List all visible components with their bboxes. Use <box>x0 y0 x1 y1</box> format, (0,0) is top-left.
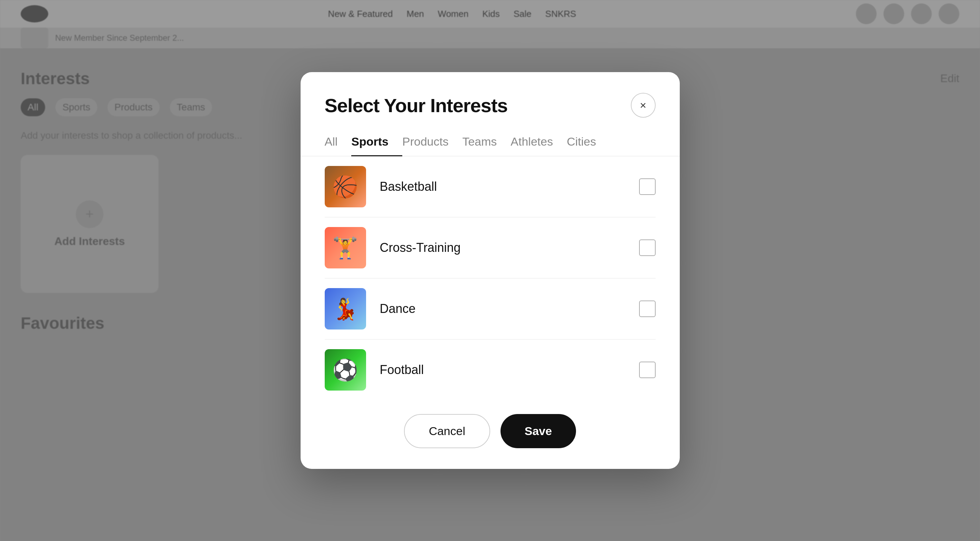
crosstraining-label: Cross-Training <box>380 241 625 255</box>
football-thumbnail: ⚽ <box>325 349 366 391</box>
modal-tabs: All Sports Products Teams Athletes Citie… <box>301 128 680 156</box>
basketball-checkbox[interactable] <box>639 179 655 195</box>
modal-overlay: Select Your Interests × All Sports Produ… <box>0 0 980 541</box>
cancel-button[interactable]: Cancel <box>404 414 490 448</box>
tab-teams[interactable]: Teams <box>462 128 511 156</box>
crosstraining-checkbox[interactable] <box>639 239 655 256</box>
tab-cities[interactable]: Cities <box>567 128 610 156</box>
list-item[interactable]: 🏋️ Cross-Training <box>325 217 655 278</box>
tab-sports[interactable]: Sports <box>351 128 402 156</box>
tab-athletes[interactable]: Athletes <box>511 128 567 156</box>
basketball-thumbnail: 🏀 <box>325 166 366 207</box>
modal-header: Select Your Interests × <box>301 72 680 128</box>
dance-thumbnail: 💃 <box>325 288 366 329</box>
dance-checkbox[interactable] <box>639 300 655 317</box>
modal-title: Select Your Interests <box>325 94 508 116</box>
tab-all[interactable]: All <box>325 128 352 156</box>
list-item[interactable]: 🏀 Basketball <box>325 156 655 217</box>
crosstraining-thumbnail: 🏋️ <box>325 227 366 268</box>
interests-modal: Select Your Interests × All Sports Produ… <box>301 72 680 469</box>
save-button[interactable]: Save <box>501 414 576 448</box>
basketball-label: Basketball <box>380 179 625 194</box>
football-checkbox[interactable] <box>639 362 655 378</box>
modal-footer: Cancel Save <box>301 400 680 469</box>
dance-label: Dance <box>380 302 625 316</box>
tab-products[interactable]: Products <box>402 128 462 156</box>
interests-list: 🏀 Basketball 🏋️ Cross-Training 💃 Dance ⚽… <box>301 156 680 400</box>
list-item[interactable]: ⚽ Football <box>325 340 655 400</box>
football-label: Football <box>380 362 625 377</box>
list-item[interactable]: 💃 Dance <box>325 278 655 340</box>
close-button[interactable]: × <box>631 93 655 118</box>
